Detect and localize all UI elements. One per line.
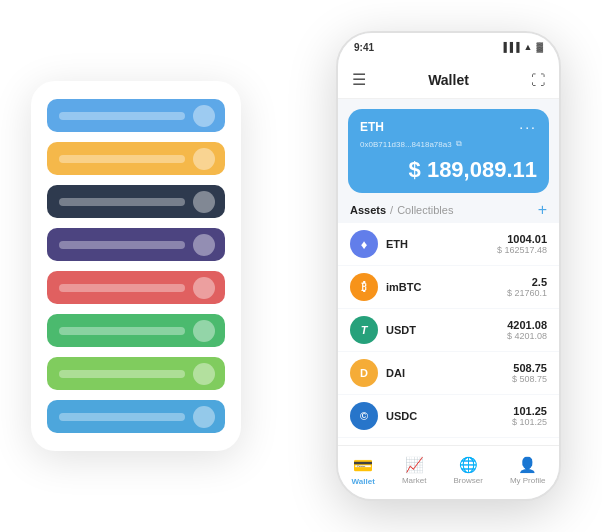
status-time: 9:41 [354, 42, 374, 53]
list-item[interactable] [47, 400, 225, 433]
nav-market[interactable]: 📈 Market [402, 456, 426, 485]
list-item[interactable] [47, 99, 225, 132]
asset-symbol: imBTC [386, 281, 499, 293]
table-row[interactable]: D DAI 508.75 $ 508.75 [338, 352, 559, 395]
top-nav: ☰ Wallet ⛶ [338, 61, 559, 99]
asset-symbol: USDC [386, 410, 504, 422]
tab-assets[interactable]: Assets [350, 204, 386, 216]
asset-usd: $ 508.75 [512, 374, 547, 384]
asset-amount: 508.75 [512, 362, 547, 374]
eth-icon: ♦ [350, 230, 378, 258]
status-icons: ▐▐▐ ▲ ▓ [500, 42, 543, 52]
asset-usd: $ 162517.48 [497, 245, 547, 255]
asset-amount: 101.25 [512, 405, 547, 417]
eth-amount-value: 189,089.11 [427, 157, 537, 182]
market-nav-label: Market [402, 476, 426, 485]
eth-card-menu-dots[interactable]: ··· [519, 119, 537, 135]
wallet-nav-label: Wallet [352, 477, 375, 486]
asset-symbol: USDT [386, 324, 499, 336]
status-bar: 9:41 ▐▐▐ ▲ ▓ [338, 33, 559, 61]
page-title: Wallet [428, 72, 469, 88]
list-item[interactable] [47, 357, 225, 390]
nav-wallet[interactable]: 💳 Wallet [352, 456, 375, 486]
tab-separator: / [390, 204, 393, 216]
eth-card-amount: $ 189,089.11 [360, 157, 537, 183]
table-row[interactable]: T USDT 4201.08 $ 4201.08 [338, 309, 559, 352]
usdc-icon: © [350, 402, 378, 430]
nav-profile[interactable]: 👤 My Profile [510, 456, 546, 485]
profile-nav-label: My Profile [510, 476, 546, 485]
list-item[interactable] [47, 271, 225, 304]
table-row[interactable]: ₿ imBTC 2.5 $ 21760.1 [338, 266, 559, 309]
currency-symbol: $ [409, 157, 421, 182]
usdt-icon: T [350, 316, 378, 344]
scene: 9:41 ▐▐▐ ▲ ▓ ☰ Wallet ⛶ ETH ··· 0x0B711d [11, 11, 591, 521]
asset-symbol: ETH [386, 238, 489, 250]
asset-usd: $ 4201.08 [507, 331, 547, 341]
browser-nav-icon: 🌐 [459, 456, 478, 474]
asset-amount: 2.5 [507, 276, 547, 288]
list-item[interactable] [47, 314, 225, 347]
add-asset-button[interactable]: + [538, 201, 547, 219]
profile-nav-icon: 👤 [518, 456, 537, 474]
table-row[interactable]: © USDC 101.25 $ 101.25 [338, 395, 559, 438]
bottom-nav: 💳 Wallet 📈 Market 🌐 Browser 👤 My Profile [338, 445, 559, 499]
eth-card-address: 0x0B711d38...8418a78a3 ⧉ [360, 139, 537, 149]
asset-symbol: DAI [386, 367, 504, 379]
imbtc-icon: ₿ [350, 273, 378, 301]
scan-icon[interactable]: ⛶ [531, 72, 545, 88]
table-row[interactable]: 🐦 TFT 13 0 [338, 438, 559, 445]
menu-icon[interactable]: ☰ [352, 70, 366, 89]
list-item[interactable] [47, 228, 225, 261]
asset-usd: $ 101.25 [512, 417, 547, 427]
phone-content: ETH ··· 0x0B711d38...8418a78a3 ⧉ $ 189,0… [338, 99, 559, 445]
eth-card[interactable]: ETH ··· 0x0B711d38...8418a78a3 ⧉ $ 189,0… [348, 109, 549, 193]
table-row[interactable]: ♦ ETH 1004.01 $ 162517.48 [338, 223, 559, 266]
dai-icon: D [350, 359, 378, 387]
browser-nav-label: Browser [453, 476, 482, 485]
tab-collectibles[interactable]: Collectibles [397, 204, 453, 216]
asset-amount: 4201.08 [507, 319, 547, 331]
assets-tabs: Assets / Collectibles + [338, 193, 559, 223]
wallet-nav-icon: 💳 [353, 456, 373, 475]
background-card [31, 81, 241, 451]
phone-mockup: 9:41 ▐▐▐ ▲ ▓ ☰ Wallet ⛶ ETH ··· 0x0B711d [336, 31, 561, 501]
list-item[interactable] [47, 185, 225, 218]
asset-amount: 1004.01 [497, 233, 547, 245]
list-item[interactable] [47, 142, 225, 175]
copy-icon[interactable]: ⧉ [456, 139, 462, 149]
asset-list: ♦ ETH 1004.01 $ 162517.48 ₿ imBTC [338, 223, 559, 445]
market-nav-icon: 📈 [405, 456, 424, 474]
asset-usd: $ 21760.1 [507, 288, 547, 298]
eth-card-title: ETH [360, 120, 384, 134]
nav-browser[interactable]: 🌐 Browser [453, 456, 482, 485]
